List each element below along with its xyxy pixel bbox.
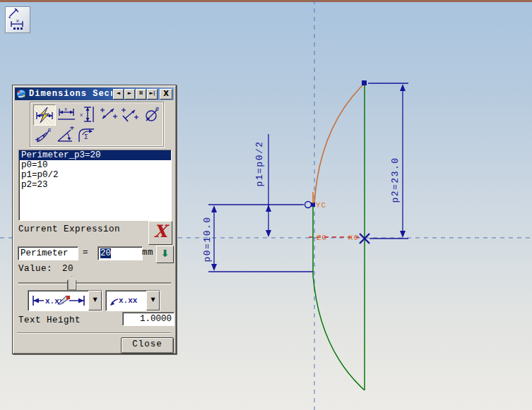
text-height-input[interactable]: 1.0000 (122, 312, 175, 326)
tool-inferred-dimension[interactable] (33, 104, 56, 126)
dimension-text-p0[interactable]: p0=10.0 (202, 216, 213, 262)
svg-text:x: x (64, 107, 67, 112)
delete-expression-button[interactable]: X (148, 221, 172, 245)
perpendicular-dimension-icon (121, 106, 139, 123)
diameter-dimension-icon: ø (142, 106, 160, 123)
profile-arc-top[interactable] (314, 83, 365, 203)
svg-text:ø: ø (155, 106, 159, 112)
value-label: Value: (18, 264, 52, 274)
expression-list-item[interactable]: p1=p0/2 (19, 170, 171, 180)
zc-axis-label: ZC (317, 234, 327, 242)
horizontal-dimension-icon: x (57, 106, 76, 123)
svg-text:Σ: Σ (84, 133, 88, 140)
dimension-p2[interactable] (368, 83, 408, 239)
nav-next-button[interactable]: ►| (147, 89, 158, 100)
expression-list-item[interactable]: p2=23 (19, 180, 171, 190)
perimeter-dimension-icon: Σ (77, 126, 95, 143)
unit-label: mm (142, 248, 153, 258)
profile-arc-bottom[interactable] (313, 205, 365, 390)
dimensions-dialog: Dimensions Secre... ◄ ► II ►| X (12, 85, 177, 354)
xc-axis-label: XC (348, 234, 359, 242)
parallel-dimension-icon (100, 106, 118, 123)
separator (17, 332, 171, 334)
dimension-text-style-icon: x.xx (28, 291, 88, 310)
tool-diameter-dimension[interactable]: ø (141, 104, 162, 124)
tool-radius-dimension[interactable]: R (33, 125, 54, 145)
tool-horizontal-dimension[interactable]: x (56, 104, 77, 124)
tool-perpendicular-dimension[interactable] (119, 104, 141, 124)
point-circle-marker[interactable] (305, 202, 312, 208)
apply-expression-button[interactable]: ⬇ (156, 246, 174, 263)
green-down-arrow-icon: ⬇ (161, 248, 170, 259)
leader-style-icon: x.xx (106, 291, 146, 310)
tool-parallel-dimension[interactable] (98, 104, 119, 124)
chevron-down-icon: ▼ (93, 296, 97, 303)
text-height-label: Text Height (18, 315, 81, 325)
dimension-style-dropdown-button[interactable]: ▼ (88, 291, 102, 310)
selected-value-text: 20 (100, 248, 111, 258)
expression-list-item[interactable]: p0=10 (19, 160, 171, 170)
dimension-p1[interactable] (266, 134, 271, 237)
delete-x-icon: X (154, 221, 167, 241)
tool-perimeter-dimension[interactable]: Σ (76, 125, 97, 145)
svg-text:R: R (48, 128, 52, 133)
yc-axis-label: YC (316, 201, 326, 210)
leader-style-dropdown-button[interactable]: ▼ (146, 291, 160, 310)
nav-forward-button[interactable]: ► (124, 89, 135, 100)
slider-thumb[interactable] (67, 277, 76, 291)
equals-sign: = (83, 248, 88, 258)
value-text: 20 (62, 264, 73, 274)
tool-vertical-dimension[interactable]: x (77, 104, 98, 124)
angular-dimension-icon (56, 126, 74, 143)
current-expression-label: Current Expression (18, 224, 120, 234)
nav-back-button[interactable]: ◄ (113, 89, 124, 100)
expression-value-input[interactable]: 20 (97, 246, 143, 260)
leader-style-combo[interactable]: x.xx ▼ (105, 290, 160, 311)
dialog-close-icon[interactable]: X (160, 89, 172, 100)
app-logo-icon (16, 89, 27, 99)
svg-text:x: x (80, 112, 83, 118)
dimension-text-p1[interactable]: p1=p0/2 (254, 140, 265, 186)
chevron-down-icon: ▼ (150, 296, 155, 303)
value-slider[interactable] (18, 276, 171, 290)
dimension-tool-palette: x x (30, 102, 164, 147)
nav-pause-button[interactable]: II (136, 89, 146, 100)
endpoint-marker-top[interactable] (362, 80, 367, 85)
vertical-dimension-icon: x (78, 106, 97, 123)
inferred-dimension-icon (35, 107, 54, 123)
expression-list-item[interactable]: Perimeter_p3=20 (19, 150, 171, 160)
application-window: p2=23.0 p0=10.0 p1=p0/2 YC ZC XC (0, 0, 532, 410)
dimension-style-combo[interactable]: x.xx ▼ (28, 290, 102, 311)
close-button[interactable]: Close (121, 337, 174, 354)
radius-dimension-icon: R (35, 126, 53, 143)
tool-angular-dimension[interactable] (54, 125, 76, 145)
dialog-title: Dimensions Secre... (29, 89, 112, 99)
expression-name-input[interactable]: Perimeter (18, 246, 78, 260)
dialog-titlebar[interactable]: Dimensions Secre... ◄ ► II ►| X (15, 88, 174, 100)
expression-list[interactable]: Perimeter_p3=20 p0=10 p1=p0/2 p2=23 (18, 150, 172, 221)
dimension-text-p2[interactable]: p2=23.0 (390, 157, 401, 203)
slider-track[interactable] (18, 282, 171, 284)
svg-text:x.xx: x.xx (119, 296, 138, 305)
